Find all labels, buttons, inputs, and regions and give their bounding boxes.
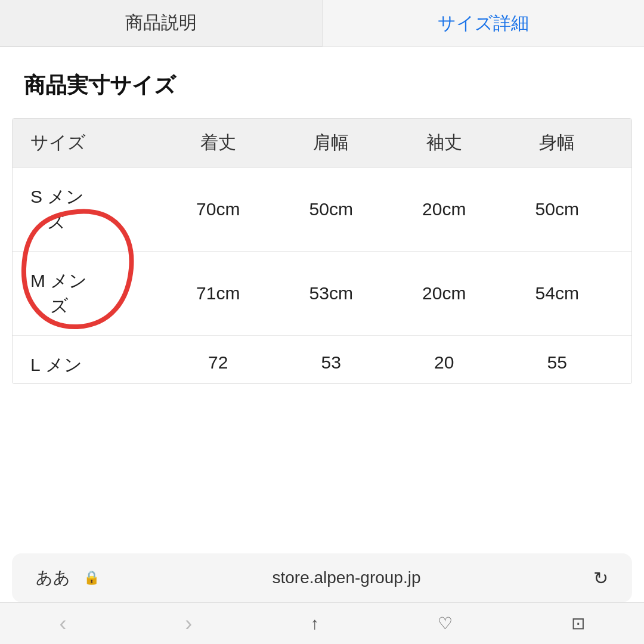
cell-sleeve-s: 20cm: [388, 199, 501, 219]
cell-length-s: 70cm: [162, 199, 275, 219]
header-body: 身幅: [501, 131, 614, 155]
cell-length-m: 71cm: [162, 283, 275, 304]
cell-length-l: 72: [162, 352, 275, 373]
header-length: 着丈: [162, 131, 275, 155]
header-shoulder: 肩幅: [275, 131, 388, 155]
size-cell-m: M メンズ: [30, 268, 162, 318]
browser-address-bar[interactable]: ああ 🔒 store.alpen-group.jp ↻: [12, 553, 632, 602]
tab-size-detail[interactable]: サイズ詳細: [323, 0, 645, 47]
forward-button[interactable]: ›: [185, 611, 192, 636]
browser-toolbar: ‹ › ↑ ♡ ⊡: [0, 602, 644, 644]
size-label-l: L: [30, 352, 41, 377]
table-header: サイズ 着丈 肩幅 袖丈 身幅: [13, 119, 631, 168]
bookmark-button[interactable]: ♡: [438, 614, 453, 633]
size-gender-l: メン: [45, 352, 82, 377]
lock-icon: 🔒: [83, 570, 100, 586]
size-cell-s: S メンズ: [30, 184, 162, 234]
size-gender-m: メンズ: [50, 268, 87, 318]
header-sleeve: 袖丈: [388, 131, 501, 155]
size-label-s: S: [30, 184, 42, 209]
table-row: S メンズ 70cm 50cm 20cm 50cm: [13, 168, 631, 252]
url-text[interactable]: store.alpen-group.jp: [112, 568, 581, 587]
cell-body-m: 54cm: [501, 283, 614, 304]
cell-sleeve-m: 20cm: [388, 283, 501, 304]
size-gender-s: メンズ: [47, 184, 84, 234]
size-table: サイズ 着丈 肩幅 袖丈 身幅 S メンズ 70cm 50cm 20cm 50c…: [12, 118, 632, 384]
table-row: M メンズ 71cm 53cm 20cm 54cm: [13, 252, 631, 336]
tabs-button[interactable]: ⊡: [571, 614, 585, 633]
cell-body-l: 55: [501, 352, 614, 373]
cell-body-s: 50cm: [501, 199, 614, 219]
size-label-m: M: [30, 268, 45, 293]
back-button[interactable]: ‹: [59, 611, 66, 636]
cell-sleeve-l: 20: [388, 352, 501, 373]
aa-label: ああ: [36, 566, 72, 589]
tab-product-description[interactable]: 商品説明: [0, 0, 323, 47]
tab-size-detail-label: サイズ詳細: [438, 11, 529, 36]
refresh-icon[interactable]: ↻: [593, 568, 608, 589]
cell-shoulder-s: 50cm: [275, 199, 388, 219]
header-size: サイズ: [30, 131, 162, 155]
size-cell-l: L メン: [30, 352, 162, 377]
cell-shoulder-m: 53cm: [275, 283, 388, 304]
cell-shoulder-l: 53: [275, 352, 388, 373]
section-title: 商品実寸サイズ: [0, 47, 644, 118]
tab-product-description-label: 商品説明: [125, 11, 197, 35]
table-row-partial: L メン 72 53 20 55: [13, 336, 631, 383]
top-nav-bar: 商品説明 サイズ詳細: [0, 0, 644, 47]
share-button[interactable]: ↑: [311, 614, 319, 633]
